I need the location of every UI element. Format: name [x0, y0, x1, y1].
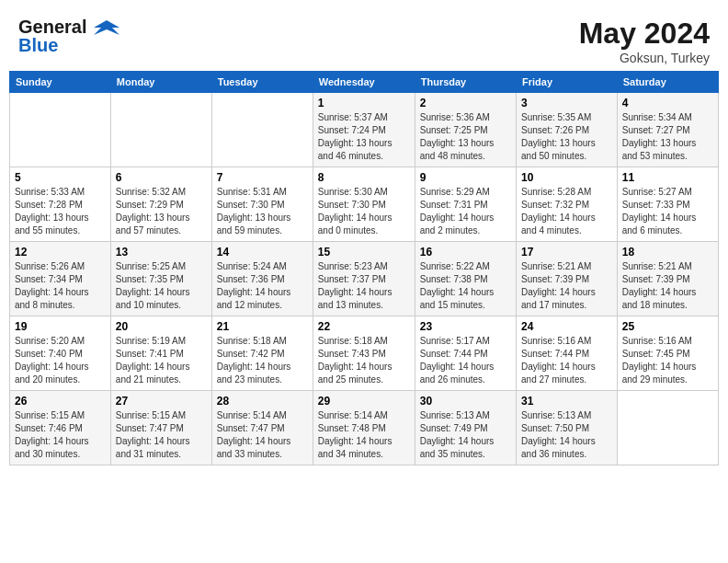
calendar-cell: 4Sunrise: 5:34 AM Sunset: 7:27 PM Daylig… [617, 93, 718, 167]
location-subtitle: Goksun, Turkey [579, 51, 710, 65]
calendar-cell: 31Sunrise: 5:13 AM Sunset: 7:50 PM Dayli… [517, 391, 618, 465]
calendar-cell: 27Sunrise: 5:15 AM Sunset: 7:47 PM Dayli… [110, 391, 211, 465]
day-number: 10 [521, 171, 612, 184]
title-block: May 2024 Goksun, Turkey [579, 17, 710, 65]
day-number: 22 [318, 320, 410, 333]
day-info: Sunrise: 5:18 AM Sunset: 7:42 PM Dayligh… [217, 335, 308, 386]
calendar-cell: 8Sunrise: 5:30 AM Sunset: 7:30 PM Daylig… [313, 167, 415, 242]
calendar-cell: 15Sunrise: 5:23 AM Sunset: 7:37 PM Dayli… [313, 242, 415, 316]
column-header-thursday: Thursday [415, 72, 516, 93]
calendar-cell: 18Sunrise: 5:21 AM Sunset: 7:39 PM Dayli… [617, 242, 718, 316]
day-info: Sunrise: 5:31 AM Sunset: 7:30 PM Dayligh… [217, 186, 308, 237]
calendar-cell: 22Sunrise: 5:18 AM Sunset: 7:43 PM Dayli… [313, 316, 415, 391]
day-number: 1 [318, 97, 410, 109]
day-number: 15 [318, 246, 410, 259]
day-number: 28 [217, 395, 308, 408]
day-info: Sunrise: 5:17 AM Sunset: 7:44 PM Dayligh… [420, 335, 511, 386]
day-info: Sunrise: 5:36 AM Sunset: 7:25 PM Dayligh… [420, 111, 511, 163]
day-number: 19 [15, 320, 106, 333]
day-info: Sunrise: 5:30 AM Sunset: 7:30 PM Dayligh… [318, 186, 410, 237]
column-header-saturday: Saturday [617, 72, 718, 93]
day-number: 9 [420, 171, 511, 184]
day-number: 30 [420, 395, 511, 408]
page-header: General Blue May 2024 Goksun, Turkey [9, 9, 719, 71]
logo-text-general: General [18, 17, 86, 37]
day-info: Sunrise: 5:35 AM Sunset: 7:26 PM Dayligh… [521, 111, 612, 163]
calendar-cell: 29Sunrise: 5:14 AM Sunset: 7:48 PM Dayli… [313, 391, 415, 465]
svg-marker-0 [94, 20, 119, 35]
day-info: Sunrise: 5:25 AM Sunset: 7:35 PM Dayligh… [116, 260, 207, 312]
calendar-cell: 16Sunrise: 5:22 AM Sunset: 7:38 PM Dayli… [415, 242, 516, 316]
day-number: 21 [217, 320, 308, 333]
calendar-cell: 24Sunrise: 5:16 AM Sunset: 7:44 PM Dayli… [517, 316, 618, 391]
day-info: Sunrise: 5:16 AM Sunset: 7:45 PM Dayligh… [622, 335, 713, 386]
calendar-cell [617, 391, 718, 465]
day-info: Sunrise: 5:33 AM Sunset: 7:28 PM Dayligh… [15, 186, 106, 237]
logo: General Blue [18, 17, 119, 56]
day-info: Sunrise: 5:22 AM Sunset: 7:38 PM Dayligh… [420, 260, 511, 312]
day-number: 7 [217, 171, 308, 184]
day-number: 25 [622, 320, 713, 333]
calendar-week-row: 1Sunrise: 5:37 AM Sunset: 7:24 PM Daylig… [10, 93, 719, 167]
day-number: 6 [116, 171, 207, 184]
day-info: Sunrise: 5:27 AM Sunset: 7:33 PM Dayligh… [622, 186, 713, 237]
calendar-cell: 6Sunrise: 5:32 AM Sunset: 7:29 PM Daylig… [110, 167, 211, 242]
day-number: 5 [15, 171, 106, 184]
day-info: Sunrise: 5:26 AM Sunset: 7:34 PM Dayligh… [15, 260, 106, 312]
calendar-header-row: SundayMondayTuesdayWednesdayThursdayFrid… [10, 72, 719, 93]
day-number: 12 [15, 246, 106, 259]
day-number: 4 [622, 97, 713, 109]
column-header-monday: Monday [110, 72, 211, 93]
calendar-week-row: 5Sunrise: 5:33 AM Sunset: 7:28 PM Daylig… [10, 167, 719, 242]
calendar-cell: 21Sunrise: 5:18 AM Sunset: 7:42 PM Dayli… [211, 316, 313, 391]
column-header-sunday: Sunday [10, 72, 111, 93]
calendar-cell: 19Sunrise: 5:20 AM Sunset: 7:40 PM Dayli… [10, 316, 111, 391]
day-info: Sunrise: 5:18 AM Sunset: 7:43 PM Dayligh… [318, 335, 410, 386]
day-number: 8 [318, 171, 410, 184]
calendar-cell: 10Sunrise: 5:28 AM Sunset: 7:32 PM Dayli… [517, 167, 618, 242]
day-info: Sunrise: 5:24 AM Sunset: 7:36 PM Dayligh… [217, 260, 308, 312]
calendar-cell: 12Sunrise: 5:26 AM Sunset: 7:34 PM Dayli… [10, 242, 111, 316]
calendar-cell: 26Sunrise: 5:15 AM Sunset: 7:46 PM Dayli… [10, 391, 111, 465]
calendar-cell: 23Sunrise: 5:17 AM Sunset: 7:44 PM Dayli… [415, 316, 516, 391]
day-number: 23 [420, 320, 511, 333]
day-info: Sunrise: 5:32 AM Sunset: 7:29 PM Dayligh… [116, 186, 207, 237]
day-number: 17 [521, 246, 612, 259]
day-info: Sunrise: 5:37 AM Sunset: 7:24 PM Dayligh… [318, 111, 410, 163]
day-info: Sunrise: 5:15 AM Sunset: 7:47 PM Dayligh… [116, 409, 207, 461]
month-year-title: May 2024 [579, 17, 710, 51]
calendar-week-row: 19Sunrise: 5:20 AM Sunset: 7:40 PM Dayli… [10, 316, 719, 391]
day-info: Sunrise: 5:15 AM Sunset: 7:46 PM Dayligh… [15, 409, 106, 461]
calendar-cell: 14Sunrise: 5:24 AM Sunset: 7:36 PM Dayli… [211, 242, 313, 316]
calendar-cell: 2Sunrise: 5:36 AM Sunset: 7:25 PM Daylig… [415, 93, 516, 167]
day-info: Sunrise: 5:16 AM Sunset: 7:44 PM Dayligh… [521, 335, 612, 386]
calendar-cell: 20Sunrise: 5:19 AM Sunset: 7:41 PM Dayli… [110, 316, 211, 391]
calendar-cell [10, 93, 111, 167]
column-header-tuesday: Tuesday [211, 72, 313, 93]
day-number: 20 [116, 320, 207, 333]
column-header-friday: Friday [517, 72, 618, 93]
calendar-table: SundayMondayTuesdayWednesdayThursdayFrid… [9, 71, 719, 465]
calendar-cell: 3Sunrise: 5:35 AM Sunset: 7:26 PM Daylig… [517, 93, 618, 167]
day-info: Sunrise: 5:14 AM Sunset: 7:47 PM Dayligh… [217, 409, 308, 461]
day-number: 3 [521, 97, 612, 109]
day-info: Sunrise: 5:21 AM Sunset: 7:39 PM Dayligh… [622, 260, 713, 312]
day-number: 26 [15, 395, 106, 408]
day-info: Sunrise: 5:28 AM Sunset: 7:32 PM Dayligh… [521, 186, 612, 237]
calendar-cell: 7Sunrise: 5:31 AM Sunset: 7:30 PM Daylig… [211, 167, 313, 242]
day-number: 11 [622, 171, 713, 184]
day-number: 18 [622, 246, 713, 259]
calendar-cell [110, 93, 211, 167]
day-info: Sunrise: 5:21 AM Sunset: 7:39 PM Dayligh… [521, 260, 612, 312]
day-info: Sunrise: 5:14 AM Sunset: 7:48 PM Dayligh… [318, 409, 410, 461]
calendar-cell: 11Sunrise: 5:27 AM Sunset: 7:33 PM Dayli… [617, 167, 718, 242]
day-number: 29 [318, 395, 410, 408]
day-info: Sunrise: 5:13 AM Sunset: 7:50 PM Dayligh… [521, 409, 612, 461]
day-number: 2 [420, 97, 511, 109]
day-number: 16 [420, 246, 511, 259]
day-info: Sunrise: 5:20 AM Sunset: 7:40 PM Dayligh… [15, 335, 106, 386]
logo-bird-icon [94, 18, 119, 39]
calendar-cell: 9Sunrise: 5:29 AM Sunset: 7:31 PM Daylig… [415, 167, 516, 242]
day-info: Sunrise: 5:29 AM Sunset: 7:31 PM Dayligh… [420, 186, 511, 237]
calendar-cell: 13Sunrise: 5:25 AM Sunset: 7:35 PM Dayli… [110, 242, 211, 316]
